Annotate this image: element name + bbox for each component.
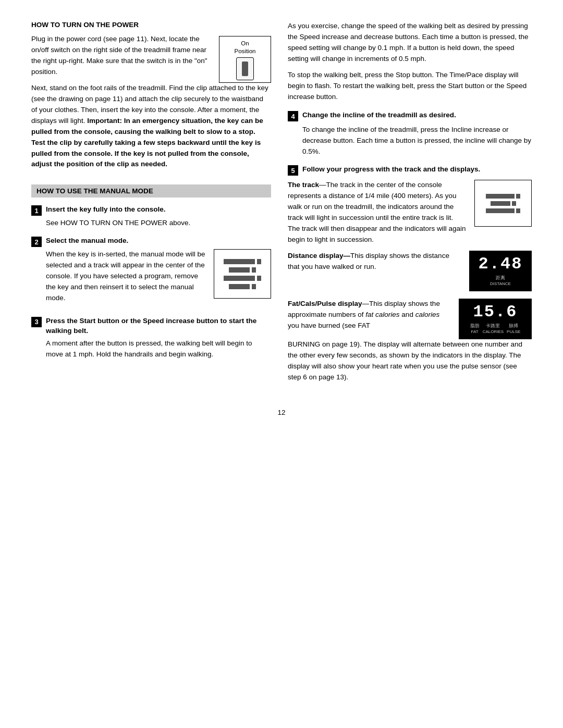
power-p2: Next, stand on the foot rails of the tre… [31,83,271,170]
right-p2: To stop the walking belt, press the Stop… [288,70,532,103]
fat-english-3: PULSE [507,329,520,334]
step-3-body: A moment after the button is pressed, th… [31,338,271,360]
track-side [516,208,520,213]
distance-display: 2.48 距离 DISTANCE [469,251,532,291]
fat-italic2: calories [415,311,440,318]
track-block [486,194,515,199]
track-row [486,194,520,199]
distance-number: 2.48 [479,256,523,273]
distance-text: Distance display—This display shows the … [288,251,463,278]
power-p1: Plug in the power cord (see page 11). Ne… [31,34,213,78]
switch-diagram: On Position [219,36,271,83]
left-column: HOW TO TURN ON THE POWER Plug in the pow… [31,21,271,388]
track-row-3 [224,276,261,281]
fat-heading-normal: display [336,300,362,307]
step-1-title: Insert the key fully into the console. [46,205,166,215]
right-intro: As you exercise, change the speed of the… [288,21,532,102]
fat-paragraph: Fat/Cals/Pulse display—This display show… [288,299,452,331]
step-3-number: 3 [31,317,42,327]
track-diagram-step2 [214,249,271,299]
track-side [512,201,516,206]
step-3: 3 Press the Start button or the Speed in… [31,316,271,360]
fat-english-1: FAT [471,329,479,334]
step-2-title: Select the manual mode. [46,236,128,246]
fat-number: 15.6 [473,304,518,320]
step-4-header: 4 Change the incline of the treadmill as… [288,110,532,121]
switch-label: On Position [235,40,256,55]
track-block [224,276,255,281]
step-5-title: Follow your progress with the track and … [302,165,480,175]
right-column: As you exercise, change the speed of the… [288,21,532,388]
track-desc-text: —The track in the center of the console … [288,181,466,243]
power-heading: HOW TO TURN ON THE POWER [31,21,271,29]
fat-label-1: 脂肪 FAT [470,323,480,334]
step-4: 4 Change the incline of the treadmill as… [288,110,532,157]
step-1: 1 Insert the key fully into the console.… [31,205,271,229]
step-2-content: When the key is in-serted, the manual mo… [46,249,271,309]
fat-label-row: 脂肪 FAT 卡路里 CALORIES 脉搏 PULSE [470,323,521,334]
power-intro: Plug in the power cord (see page 11). Ne… [31,34,271,83]
step-5-header: 5 Follow your progress with the track an… [288,165,532,176]
step-2-body: When the key is in-serted, the manual mo… [31,249,271,309]
track-side [252,284,256,289]
track-row-4 [229,284,256,289]
page-number: 12 [31,409,532,416]
step-4-body: To change the incline of the treadmill, … [288,125,532,157]
power-section: HOW TO TURN ON THE POWER Plug in the pow… [31,21,271,170]
step-2-header: 2 Select the manual mode. [31,236,271,247]
step-2-number: 2 [31,237,42,247]
distance-section: Distance display—This display shows the … [288,251,532,291]
step-1-header: 1 Insert the key fully into the console. [31,205,271,216]
track-row-1 [224,259,261,264]
fat-body-mid: and [400,311,415,318]
distance-chinese: 距离 [490,275,511,281]
track-block [224,259,255,264]
manual-heading: HOW TO USE THE MANUAL MODE [31,184,271,198]
step-4-title: Change the incline of the treadmill as d… [302,110,456,120]
fat-body-end: you have burned (see FAT [288,322,370,329]
step-3-header: 3 Press the Start button or the Speed in… [31,316,271,336]
track-description-section: The track—The track in the center of the… [288,180,532,251]
track-side [252,267,256,273]
track-block [229,284,250,289]
track-row [486,208,520,213]
distance-paragraph: Distance display—This display shows the … [288,251,463,273]
burning-text: BURNING on page 19). The display will al… [288,339,532,383]
distance-heading: Distance display— [288,252,350,260]
fat-english-2: CALORIES [483,329,504,334]
fat-italic1: fat calories [365,311,399,318]
distance-english: DISTANCE [490,281,511,286]
step-2-text: When the key is in-serted, the manual mo… [46,249,207,304]
track-side [516,194,520,199]
track-paragraph: The track—The track in the center of the… [288,180,466,245]
track-diagram-right [474,180,532,227]
fat-label-2: 卡路里 CALORIES [483,323,504,334]
step-2: 2 Select the manual mode. When the key i… [31,236,271,309]
right-p1: As you exercise, change the speed of the… [288,21,532,65]
track-block [491,201,510,206]
step-3-title: Press the Start button or the Speed incr… [46,316,271,336]
track-row [491,201,516,206]
switch-icon [236,57,254,80]
fat-chinese-2: 卡路里 [483,323,504,329]
fat-section: Fat/Cals/Pulse display—This display show… [288,299,532,339]
distance-label: 距离 DISTANCE [490,275,511,286]
track-side [257,276,261,281]
track-label: The track [288,181,319,189]
fat-heading-bold: Fat/Cals/Pulse [288,300,336,307]
fat-chinese-3: 脉搏 [507,323,520,329]
fat-chinese-1: 脂肪 [470,323,480,329]
fat-display: 15.6 脂肪 FAT 卡路里 CALORIES 脉搏 PULSE [459,299,532,339]
track-side [257,259,261,264]
fat-label-3: 脉搏 PULSE [507,323,520,334]
track-row-2 [229,267,256,273]
track-block [229,267,250,273]
step-5: 5 Follow your progress with the track an… [288,165,532,382]
track-block [486,208,515,213]
manual-section: HOW TO USE THE MANUAL MODE 1 Insert the … [31,184,271,360]
fat-text: Fat/Cals/Pulse display—This display show… [288,299,452,337]
step-4-number: 4 [288,111,298,121]
step-1-number: 1 [31,205,42,216]
step-5-number: 5 [288,165,298,176]
distance-label-row: 距离 DISTANCE [490,275,511,286]
